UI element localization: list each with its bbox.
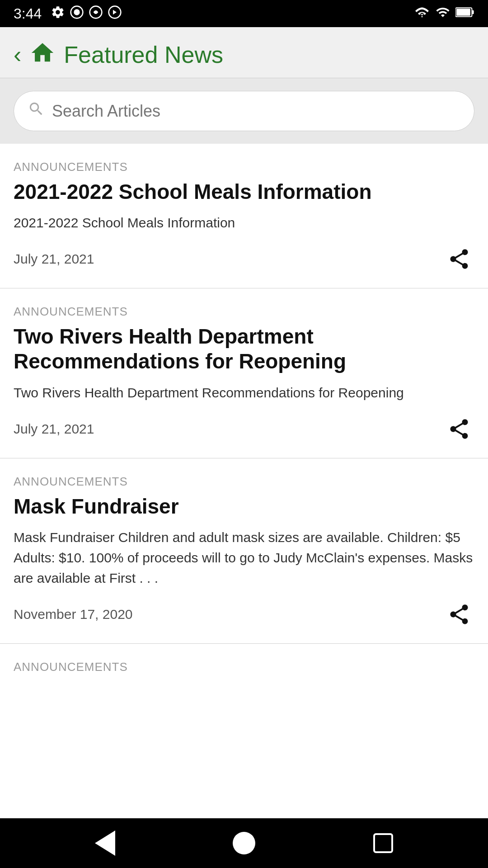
nav-home-button[interactable] — [233, 832, 255, 854]
status-icons-left — [51, 5, 122, 23]
search-area — [0, 78, 488, 144]
home-icon[interactable] — [29, 40, 56, 70]
status-icons-right — [414, 5, 474, 23]
news-footer: July 21, 2021 — [14, 244, 474, 274]
news-category: ANNOUNCEMENTS — [14, 475, 474, 489]
news-excerpt: 2021-2022 School Meals Information — [14, 212, 474, 233]
news-date: July 21, 2021 — [14, 251, 94, 267]
status-time: 3:44 — [14, 5, 42, 22]
news-date: November 17, 2020 — [14, 607, 133, 622]
app-header: ‹ Featured News — [0, 27, 488, 78]
news-item[interactable]: ANNOUNCEMENTS Two Rivers Health Departme… — [0, 288, 488, 458]
news-list: ANNOUNCEMENTS 2021-2022 School Meals Inf… — [0, 144, 488, 818]
battery-icon — [455, 6, 474, 22]
news-date: July 21, 2021 — [14, 421, 94, 437]
news-footer: July 21, 2021 — [14, 414, 474, 444]
news-title: Two Rivers Health Department Recommendat… — [14, 324, 474, 374]
news-title: Mask Fundraiser — [14, 494, 474, 519]
nav-back-button[interactable] — [95, 830, 115, 856]
search-bar-container[interactable] — [14, 91, 474, 131]
gear-icon — [51, 5, 65, 23]
bottom-nav — [0, 818, 488, 868]
share-button[interactable] — [444, 599, 474, 630]
news-item[interactable]: ANNOUNCEMENTS 2021-2022 School Meals Inf… — [0, 144, 488, 288]
wifi-icon — [414, 6, 430, 22]
share-button[interactable] — [444, 414, 474, 444]
app-icon-3 — [108, 5, 122, 23]
news-category: ANNOUNCEMENTS — [14, 305, 474, 319]
share-button[interactable] — [444, 244, 474, 274]
news-title: 2021-2022 School Meals Information — [14, 179, 474, 204]
news-excerpt: Mask Fundraiser Children and adult mask … — [14, 527, 474, 588]
search-icon — [28, 100, 45, 122]
svg-rect-6 — [456, 9, 470, 15]
news-item[interactable]: ANNOUNCEMENTS — [0, 644, 488, 674]
news-excerpt: Two Rivers Health Department Recommendat… — [14, 382, 474, 403]
signal-icon — [436, 5, 450, 23]
page-title: Featured News — [64, 41, 223, 68]
nav-recent-button[interactable] — [373, 833, 393, 853]
app-icon-1 — [70, 5, 84, 23]
status-bar: 3:44 — [0, 0, 488, 27]
svg-rect-5 — [472, 10, 474, 14]
news-category: ANNOUNCEMENTS — [14, 160, 474, 174]
news-footer: November 17, 2020 — [14, 599, 474, 630]
news-item[interactable]: ANNOUNCEMENTS Mask Fundraiser Mask Fundr… — [0, 458, 488, 644]
news-category: ANNOUNCEMENTS — [14, 660, 474, 674]
back-icon[interactable]: ‹ — [14, 43, 21, 66]
app-icon-2 — [89, 5, 103, 23]
search-input[interactable] — [52, 102, 460, 121]
svg-point-1 — [74, 9, 80, 15]
